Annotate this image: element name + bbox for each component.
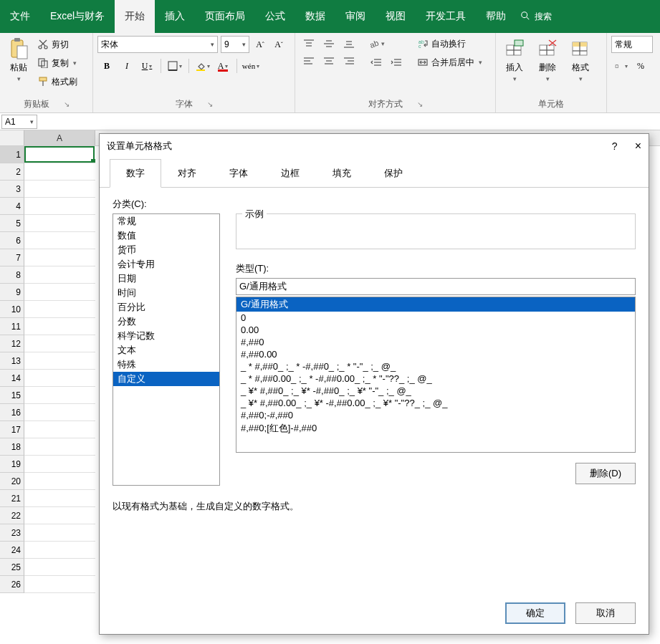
italic-button[interactable]: I xyxy=(118,57,136,75)
align-launcher-icon[interactable]: ↘ xyxy=(417,100,423,108)
merge-center-button[interactable]: 合并后居中▾ xyxy=(414,54,485,70)
row-header-16[interactable]: 16 xyxy=(0,404,24,421)
format-item[interactable]: _ ¥* #,##0.00_ ;_ ¥* -#,##0.00_ ;_ ¥* "-… xyxy=(236,397,635,409)
format-list[interactable]: G/通用格式00.00#,##0#,##0.00_ * #,##0_ ;_ * … xyxy=(236,297,636,453)
row-header-5[interactable]: 5 xyxy=(0,215,24,232)
tab-data[interactable]: 数据 xyxy=(295,0,335,33)
row-header-24[interactable]: 24 xyxy=(0,542,24,559)
row-header-14[interactable]: 14 xyxy=(0,370,24,387)
cells-grid[interactable] xyxy=(24,146,95,593)
row-header-19[interactable]: 19 xyxy=(0,456,24,473)
decrease-font-button[interactable]: Aˇ xyxy=(271,36,287,53)
row-header-20[interactable]: 20 xyxy=(0,473,24,490)
tab-view[interactable]: 视图 xyxy=(376,0,416,33)
category-item[interactable]: 日期 xyxy=(113,271,219,286)
number-format-combo[interactable]: 常规 xyxy=(611,36,653,53)
row-header-18[interactable]: 18 xyxy=(0,438,24,456)
search-box[interactable]: 搜索 xyxy=(520,11,552,23)
row-header-23[interactable]: 23 xyxy=(0,524,24,542)
category-item[interactable]: 时间 xyxy=(113,286,219,300)
font-name-combo[interactable]: 宋体▾ xyxy=(97,36,218,53)
format-item[interactable]: #,##0.00 xyxy=(236,348,635,360)
type-input[interactable] xyxy=(236,278,636,295)
tab-home[interactable]: 开始 xyxy=(115,0,155,33)
dlg-tab-font[interactable]: 字体 xyxy=(213,159,264,188)
dlg-tab-number[interactable]: 数字 xyxy=(110,159,161,188)
tab-insert[interactable]: 插入 xyxy=(155,0,195,33)
orientation-button[interactable]: ab▾ xyxy=(367,36,386,52)
delete-cells-button[interactable]: 删除▾ xyxy=(533,36,562,84)
category-item[interactable]: 分数 xyxy=(113,314,219,329)
currency-button[interactable]: ¤ xyxy=(611,57,630,75)
row-header-6[interactable]: 6 xyxy=(0,232,24,249)
format-painter-button[interactable]: 格式刷 xyxy=(37,73,77,90)
fill-color-button[interactable] xyxy=(193,57,212,75)
row-header-26[interactable]: 26 xyxy=(0,576,24,593)
category-list[interactable]: 常规数值货币会计专用日期时间百分比分数科学记数文本特殊自定义 xyxy=(113,213,220,486)
tab-finance[interactable]: Excel与财务 xyxy=(40,0,115,33)
align-middle-button[interactable] xyxy=(320,36,338,52)
format-item[interactable]: _ ¥* #,##0_ ;_ ¥* -#,##0_ ;_ ¥* "-"_ ;_ … xyxy=(236,385,635,397)
font-launcher-icon[interactable]: ↘ xyxy=(207,100,213,108)
decrease-indent-button[interactable] xyxy=(367,54,386,70)
row-header-1[interactable]: 1 xyxy=(0,146,24,163)
dlg-tab-protect[interactable]: 保护 xyxy=(368,159,419,188)
font-size-combo[interactable]: 9▾ xyxy=(221,36,249,53)
border-button[interactable] xyxy=(166,57,184,75)
format-item[interactable]: 0.00 xyxy=(236,324,635,336)
tab-formula[interactable]: 公式 xyxy=(255,0,295,33)
row-header-11[interactable]: 11 xyxy=(0,318,24,335)
align-left-button[interactable] xyxy=(300,53,318,69)
tab-help[interactable]: 帮助 xyxy=(476,0,516,33)
align-top-button[interactable] xyxy=(300,36,318,52)
insert-cells-button[interactable]: 插入▾ xyxy=(500,36,529,84)
category-item[interactable]: 数值 xyxy=(113,229,219,243)
dlg-tab-align[interactable]: 对齐 xyxy=(161,159,213,188)
dlg-tab-border[interactable]: 边框 xyxy=(264,159,316,188)
col-header-A[interactable]: A xyxy=(24,130,95,145)
row-header-7[interactable]: 7 xyxy=(0,249,24,266)
category-item[interactable]: 常规 xyxy=(113,214,219,229)
underline-button[interactable]: U xyxy=(138,57,156,75)
row-header-17[interactable]: 17 xyxy=(0,421,24,438)
align-right-button[interactable] xyxy=(340,53,358,69)
font-color-button[interactable]: A xyxy=(214,57,232,75)
selected-cell[interactable] xyxy=(24,146,95,163)
delete-format-button[interactable]: 删除(D) xyxy=(575,463,636,484)
tab-review[interactable]: 审阅 xyxy=(335,0,376,33)
tab-dev[interactable]: 开发工具 xyxy=(416,0,476,33)
cut-button[interactable]: 剪切 xyxy=(37,36,77,53)
dialog-close-button[interactable]: × xyxy=(635,140,641,153)
category-item[interactable]: 科学记数 xyxy=(113,329,219,343)
category-item[interactable]: 文本 xyxy=(113,343,219,357)
row-header-9[interactable]: 9 xyxy=(0,284,24,301)
format-item[interactable]: _ * #,##0_ ;_ * -#,##0_ ;_ * "-"_ ;_ @_ xyxy=(236,360,635,373)
dlg-tab-fill[interactable]: 填充 xyxy=(316,159,368,188)
category-item[interactable]: 货币 xyxy=(113,243,219,257)
row-header-21[interactable]: 21 xyxy=(0,490,24,507)
format-item[interactable]: #,##0 xyxy=(236,336,635,348)
clipboard-launcher-icon[interactable]: ↘ xyxy=(64,100,70,108)
format-item[interactable]: #,##0;-#,##0 xyxy=(236,409,635,421)
format-item[interactable]: #,##0;[红色]-#,##0 xyxy=(236,421,635,436)
increase-indent-button[interactable] xyxy=(387,54,406,70)
format-item[interactable]: 0 xyxy=(236,312,635,324)
category-item[interactable]: 会计专用 xyxy=(113,257,219,271)
tab-file[interactable]: 文件 xyxy=(0,0,40,33)
row-header-22[interactable]: 22 xyxy=(0,507,24,524)
wrap-text-button[interactable]: abc 自动换行 xyxy=(414,36,485,52)
dialog-help-button[interactable]: ? xyxy=(612,140,618,152)
row-header-15[interactable]: 15 xyxy=(0,387,24,404)
bold-button[interactable]: B xyxy=(97,57,116,75)
align-bottom-button[interactable] xyxy=(340,36,358,52)
row-header-25[interactable]: 25 xyxy=(0,559,24,576)
percent-button[interactable]: % xyxy=(631,57,650,75)
name-box[interactable]: A1▾ xyxy=(1,115,37,129)
category-item[interactable]: 自定义 xyxy=(113,372,219,386)
select-all-corner[interactable] xyxy=(0,130,24,145)
row-header-3[interactable]: 3 xyxy=(0,181,24,198)
format-item[interactable]: G/通用格式 xyxy=(236,297,635,312)
row-header-10[interactable]: 10 xyxy=(0,301,24,318)
row-header-2[interactable]: 2 xyxy=(0,163,24,181)
format-cells-button[interactable]: 格式▾ xyxy=(566,36,595,84)
